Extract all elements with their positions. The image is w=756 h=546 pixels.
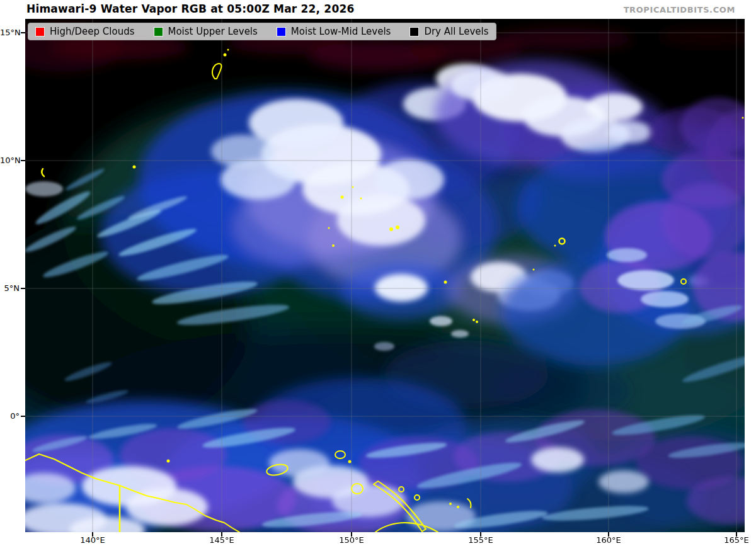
- x-axis-label: 160°E: [590, 535, 627, 545]
- map-legend: High/Deep Clouds Moist Upper Levels Mois…: [28, 23, 496, 40]
- axis-tick: [608, 532, 609, 537]
- legend-swatch-green: [154, 27, 163, 37]
- legend-item-moist-upper: Moist Upper Levels: [154, 26, 258, 37]
- x-axis-label: 140°E: [74, 535, 112, 545]
- axis-tick: [480, 532, 481, 537]
- x-axis-label: 155°E: [462, 535, 500, 545]
- legend-swatch-blue: [277, 27, 286, 37]
- axis-tick: [221, 532, 222, 537]
- x-axis-label: 165°E: [718, 535, 755, 545]
- y-axis-label: 5°N: [0, 283, 20, 294]
- legend-label: Moist Upper Levels: [168, 26, 258, 37]
- satellite-map: High/Deep Clouds Moist Upper Levels Mois…: [25, 19, 745, 532]
- y-axis-label: 15°N: [0, 27, 20, 38]
- site-watermark: TROPICALTIDBITS.COM: [624, 5, 735, 14]
- legend-label: Moist Low-Mid Levels: [291, 26, 391, 37]
- axis-tick: [351, 532, 352, 537]
- axis-tick: [92, 532, 93, 537]
- legend-label: High/Deep Clouds: [50, 26, 135, 37]
- x-axis-label: 145°E: [203, 535, 241, 545]
- y-axis-label: 10°N: [0, 155, 20, 166]
- legend-item-high-deep-clouds: High/Deep Clouds: [35, 26, 135, 37]
- legend-item-moist-lowmid: Moist Low-Mid Levels: [277, 26, 391, 37]
- legend-swatch-red: [35, 27, 45, 37]
- page-title: Himawari-9 Water Vapor RGB at 05:00Z Mar…: [26, 3, 355, 15]
- weather-map-page: Himawari-9 Water Vapor RGB at 05:00Z Mar…: [0, 0, 756, 546]
- legend-swatch-black: [410, 27, 419, 37]
- axis-tick: [21, 160, 25, 161]
- axis-tick: [736, 532, 737, 537]
- y-axis-label: 0°: [0, 411, 20, 422]
- axis-tick: [21, 288, 25, 289]
- legend-label: Dry All Levels: [424, 26, 488, 37]
- legend-item-dry: Dry All Levels: [410, 26, 488, 37]
- x-axis-label: 150°E: [333, 535, 370, 545]
- satellite-imagery: [25, 19, 745, 532]
- axis-tick: [21, 416, 25, 417]
- axis-tick: [21, 32, 25, 33]
